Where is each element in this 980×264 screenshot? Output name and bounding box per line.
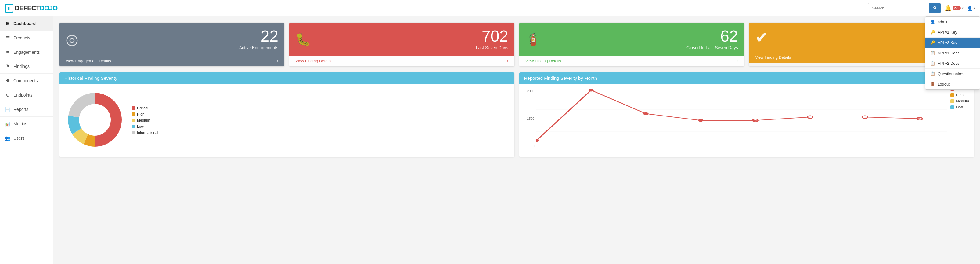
stat-cards: ◎ 22 Active Engagements View Engagement … [59,22,974,66]
dropdown-item-api-v1-key[interactable]: 🔑 API v1 Key [925,27,980,38]
bell-caret: ▾ [962,6,964,10]
reports-icon: 📄 [5,107,10,112]
sidebar-item-products[interactable]: ☰ Products [0,31,53,45]
stat-card-findings-recent: 🐛 702 Last Seven Days View Finding Detai… [289,22,514,66]
line-legend-color-medium [950,99,954,103]
line-chart-svg [536,87,947,154]
legend-critical: Critical [132,106,158,110]
findings-icon: ⚑ [5,64,10,69]
notifications-button[interactable]: 🔔 279 ▾ [945,5,964,11]
stat-card-findings-closed: 🧯 62 Closed In Last Seven Days View Find… [519,22,744,66]
dashboard-icon: ⊞ [5,21,10,26]
logo-icon: ◧ [5,4,13,13]
engagements-icon: ≡ [5,50,10,55]
engagements-card-icon: ◎ [65,30,78,48]
donut-svg [64,89,126,150]
user-menu-button[interactable]: 👤 ▾ [967,6,975,11]
legend-color-low [132,125,135,128]
donut-chart [64,89,126,152]
user-dropdown-menu: 👤 admin 🔑 API v1 Key 🔑 API v2 Key 📋 API … [925,16,980,90]
y-axis: 2000 1500 0 [524,87,536,154]
sidebar-item-engagements[interactable]: ≡ Engagements [0,45,53,59]
svg-point-11 [643,112,648,115]
findings-closed-arrow: ➜ [735,59,738,63]
bell-icon: 🔔 [945,5,951,11]
dropdown-item-api-v1-docs[interactable]: 📋 API v1 Docs [925,48,980,58]
sidebar-item-findings[interactable]: ⚑ Findings [0,59,53,74]
header: ◧ DEFECTDOJO 🔔 279 ▾ 👤 ▾ 👤 admin [0,0,980,16]
questionnaires-icon: 📋 [930,72,935,76]
endpoints-icon: ⊙ [5,92,10,98]
legend-color-informational [132,131,135,134]
line-legend-color-low [950,106,954,109]
docs-icon-2: 📋 [930,61,935,66]
line-legend-low: Low [950,105,969,109]
engagements-card-info: 22 Active Engagements [83,28,278,50]
key-icon-1: 🔑 [930,30,935,35]
findings-closed-footer[interactable]: View Finding Details ➜ [519,56,744,66]
logo: ◧ DEFECTDOJO [5,4,57,13]
line-chart-legend: Critical High Medium [950,87,969,154]
chart-reported-severity: Reported Finding Severity by Month 2000 … [519,72,974,157]
user-icon: 👤 [967,6,972,11]
components-icon: ❖ [5,78,10,83]
layout: ⊞ Dashboard ☰ Products ≡ Engagements ⚑ F… [0,16,980,264]
sidebar-item-users[interactable]: 👥 Users [0,131,53,146]
metrics-icon: 📊 [5,121,10,126]
bug-card-icon: 🐛 [295,32,310,46]
chart-historical-severity: Historical Finding Severity [59,72,514,157]
line-chart-container: 2000 1500 0 [524,87,969,154]
search-input[interactable] [868,4,929,12]
dropdown-item-logout[interactable]: 🚪 Logout [925,79,980,89]
legend-color-critical [132,106,135,110]
legend-low: Low [132,124,158,129]
stat-card-engagements: ◎ 22 Active Engagements View Engagement … [59,22,284,66]
logo-text: DEFECTDOJO [14,4,57,12]
sidebar-item-endpoints[interactable]: ⊙ Endpoints [0,88,53,102]
charts-row: Historical Finding Severity [59,72,974,157]
sidebar-item-metrics[interactable]: 📊 Metrics [0,117,53,131]
line-chart-area [536,87,947,154]
chart-historical-body: Critical High Medium Low [59,84,514,157]
chart-reported-header: Reported Finding Severity by Month [519,72,974,84]
sidebar-item-reports[interactable]: 📄 Reports [0,102,53,117]
chart-historical-header: Historical Finding Severity [59,72,514,84]
dropdown-item-questionnaires[interactable]: 📋 Questionnaires [925,69,980,79]
legend-color-high [132,112,135,116]
line-legend-medium: Medium [950,99,969,103]
products-icon: ☰ [5,35,10,41]
legend-medium: Medium [132,118,158,123]
dropdown-item-api-v2-docs[interactable]: 📋 API v2 Docs [925,58,980,69]
legend-informational: Informational [132,130,158,135]
user-caret: ▾ [974,6,975,10]
sidebar-item-dashboard[interactable]: ⊞ Dashboard [0,16,53,31]
search-button[interactable] [929,3,941,13]
dropdown-item-api-v2-key[interactable]: 🔑 API v2 Key [925,38,980,48]
engagements-label: Active Engagements [83,45,278,50]
closed-card-icon: 🧯 [525,32,541,46]
donut-legend: Critical High Medium Low [132,106,158,135]
engagements-footer[interactable]: View Engagement Details ➜ [59,56,284,66]
engagements-footer-arrow: ➜ [275,59,278,63]
engagements-number: 22 [83,28,278,44]
legend-color-medium [132,118,135,122]
risk-card-icon: ✔ [755,28,768,46]
notification-badge: 279 [953,6,961,10]
findings-recent-label: Last Seven Days [315,45,508,50]
svg-point-12 [698,119,703,122]
users-icon: 👥 [5,135,10,141]
dropdown-item-admin[interactable]: 👤 admin [925,17,980,27]
svg-point-9 [536,139,539,142]
findings-recent-number: 702 [315,28,508,44]
findings-recent-info: 702 Last Seven Days [315,28,508,50]
chart-reported-body: 2000 1500 0 [519,84,974,157]
legend-high: High [132,112,158,117]
findings-closed-number: 62 [546,28,738,44]
findings-recent-footer[interactable]: View Finding Details ➜ [289,56,514,66]
line-legend-color-high [950,93,954,97]
logout-icon: 🚪 [930,82,935,86]
key-icon-2: 🔑 [930,40,935,45]
findings-closed-label: Closed In Last Seven Days [546,45,738,50]
sidebar-item-components[interactable]: ❖ Components [0,74,53,88]
line-legend-high: High [950,93,969,97]
